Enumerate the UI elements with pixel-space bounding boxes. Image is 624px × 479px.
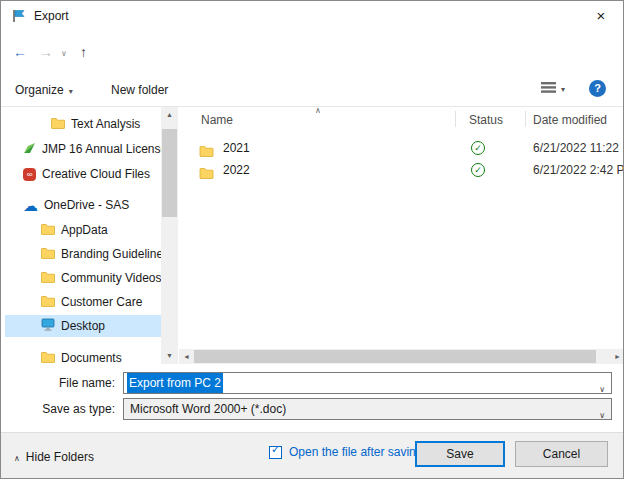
open-after-saving-label[interactable]: Open the file after saving	[289, 445, 422, 459]
dialog-footer: ∧Hide Folders ✓ Open the file after savi…	[1, 432, 623, 479]
file-name-label: File name:	[1, 376, 115, 390]
folder-icon	[41, 292, 55, 313]
sort-ascending-icon[interactable]: ∧	[315, 107, 321, 115]
file-name-input[interactable]: Export from PC 2 ∨	[123, 372, 612, 394]
check-icon: ✓	[271, 443, 280, 456]
scroll-left-icon[interactable]: ◄	[179, 349, 194, 364]
file-list-horizontal-scrollbar[interactable]: ◄ ►	[179, 349, 624, 364]
sidebar-item-text-analysis[interactable]: Text Analysis	[5, 113, 161, 135]
title-bar[interactable]: Export ×	[1, 1, 623, 31]
new-folder-label: New folder	[111, 83, 168, 97]
synced-status-icon: ✓	[471, 163, 485, 177]
export-icon	[12, 9, 26, 23]
column-header-status[interactable]: Status	[469, 113, 503, 127]
column-header-date-modified[interactable]: Date modified	[533, 113, 607, 127]
file-row-2022[interactable]: 2022 ✓ 6/21/2022 2:42 P	[179, 159, 624, 181]
chevron-down-icon[interactable]: ∨	[599, 406, 605, 426]
forward-button[interactable]: →	[39, 44, 53, 60]
sidebar-item-label: Documents	[61, 351, 122, 364]
window-title: Export	[34, 9, 69, 23]
scrollbar-thumb[interactable]	[162, 129, 177, 217]
dropdown-icon: ▾	[69, 87, 73, 96]
sidebar-item-community-videos[interactable]: Community Videos	[5, 267, 161, 289]
scroll-up-icon[interactable]: ▲	[161, 107, 178, 123]
organize-button[interactable]: Organize▾	[15, 80, 73, 100]
sidebar-item-label: Customer Care	[61, 295, 142, 309]
sidebar-item-documents[interactable]: Documents	[5, 347, 161, 364]
command-toolbar: Organize▾ New folder ▾ ?	[1, 71, 623, 107]
folder-icon	[199, 164, 214, 186]
save-as-type-select[interactable]: Microsoft Word 2000+ (*.doc) ∨	[123, 398, 612, 420]
navigation-bar: ← → ∨ ↑ « Desktop › Saving Worley ∨ ↻ Se…	[1, 31, 623, 71]
save-button[interactable]: Save	[415, 441, 505, 467]
sidebar-scrollbar[interactable]: ▲ ▼	[161, 107, 178, 364]
sidebar-item-label: Text Analysis	[71, 117, 140, 131]
organize-label: Organize	[15, 83, 64, 97]
sidebar-item-label: Desktop	[61, 319, 105, 333]
date-modified: 6/21/2022 11:22	[533, 137, 619, 159]
views-icon	[541, 81, 556, 97]
up-button[interactable]: ↑	[80, 44, 87, 60]
file-row-2021[interactable]: 2021 ✓ 6/21/2022 11:22	[179, 137, 624, 159]
desktop-icon	[41, 316, 55, 337]
sidebar-item-appdata[interactable]: AppData	[5, 219, 161, 241]
sidebar-item-onedrive-sas[interactable]: ☁OneDrive - SAS	[5, 194, 161, 216]
help-icon: ?	[594, 82, 601, 94]
folder-icon	[41, 348, 55, 364]
chevron-up-icon: ∧	[14, 454, 20, 463]
cancel-button[interactable]: Cancel	[515, 441, 608, 467]
close-button[interactable]: ×	[579, 1, 623, 31]
folder-icon	[41, 220, 55, 241]
synced-status-icon: ✓	[471, 141, 485, 155]
sidebar-item-customer-care[interactable]: Customer Care	[5, 291, 161, 313]
sidebar-item-label: AppData	[61, 223, 108, 237]
sidebar-item-creative-cloud-files[interactable]: ∞Creative Cloud Files	[5, 163, 161, 185]
file-list: Name ∧ Status Date modified 2021 ✓ 6/21/…	[179, 107, 624, 364]
sidebar-item-label: Creative Cloud Files	[42, 167, 150, 181]
sidebar-item-label: Branding Guidelines	[61, 247, 161, 261]
column-divider[interactable]	[455, 111, 456, 127]
date-modified: 6/21/2022 2:42 P	[533, 159, 624, 181]
sidebar-item-label: OneDrive - SAS	[44, 198, 129, 212]
save-as-type-value: Microsoft Word 2000+ (*.doc)	[130, 402, 286, 416]
chevron-down-icon[interactable]: ∨	[599, 380, 605, 400]
file-name: 2021	[223, 137, 250, 159]
save-as-type-label: Save as type:	[1, 402, 115, 416]
column-divider[interactable]	[525, 111, 526, 127]
hide-folders-button[interactable]: ∧Hide Folders	[14, 445, 94, 469]
dropdown-icon: ▾	[561, 85, 565, 94]
file-name-value: Export from PC 2	[127, 373, 223, 393]
export-dialog: Export × ← → ∨ ↑ « Desktop › Saving Worl…	[0, 0, 624, 479]
help-button[interactable]: ?	[589, 80, 606, 97]
folder-icon	[41, 268, 55, 289]
scrollbar-thumb[interactable]	[194, 350, 596, 363]
open-after-saving-checkbox[interactable]: ✓	[269, 446, 282, 459]
sidebar-item-desktop[interactable]: Desktop	[5, 315, 161, 337]
hide-folders-label: Hide Folders	[26, 450, 94, 464]
close-icon: ×	[597, 7, 606, 24]
back-button[interactable]: ←	[13, 44, 27, 60]
navigation-pane: Text Analysis JMP 16 Annual License ∞Cre…	[1, 107, 161, 364]
recent-locations-icon[interactable]: ∨	[61, 49, 67, 58]
folder-icon	[41, 244, 55, 265]
column-header-name[interactable]: Name	[201, 113, 233, 127]
sidebar-item-branding-guidelines[interactable]: Branding Guidelines	[5, 243, 161, 265]
sidebar-item-label: JMP 16 Annual License	[42, 142, 161, 156]
folder-icon	[51, 114, 65, 135]
new-folder-button[interactable]: New folder	[111, 80, 168, 100]
creative-cloud-icon: ∞	[23, 168, 36, 181]
views-button[interactable]: ▾	[541, 81, 565, 97]
scroll-right-icon[interactable]: ►	[610, 349, 624, 364]
jmp-icon	[23, 139, 36, 160]
sidebar-item-label: Community Videos	[61, 271, 161, 285]
sidebar-item-jmp-license[interactable]: JMP 16 Annual License	[5, 138, 161, 160]
file-name: 2022	[223, 159, 250, 181]
scroll-down-icon[interactable]: ▼	[161, 348, 178, 364]
onedrive-icon: ☁	[23, 195, 38, 216]
